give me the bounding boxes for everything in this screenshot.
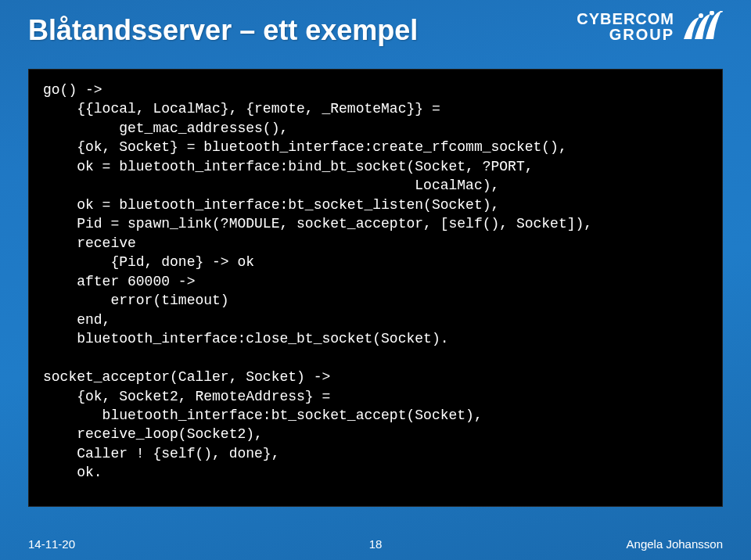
logo-text: CYBERCOM GROUP: [577, 11, 674, 42]
logo-line1: CYBERCOM: [577, 11, 674, 27]
logo-line2: GROUP: [577, 27, 674, 42]
footer-date: 14-11-20: [28, 537, 75, 551]
svg-point-1: [710, 11, 714, 16]
svg-point-0: [699, 13, 703, 18]
logo: CYBERCOM GROUP: [577, 11, 723, 42]
code-block: go() -> {{local, LocalMac}, {remote, _Re…: [28, 69, 723, 507]
slide-title: Blåtandsserver – ett exempel: [28, 14, 418, 47]
footer: 14-11-20 18 Angela Johansson: [0, 537, 751, 551]
header: Blåtandsserver – ett exempel CYBERCOM GR…: [0, 0, 751, 47]
slide: Blåtandsserver – ett exempel CYBERCOM GR…: [0, 0, 751, 560]
footer-author: Angela Johansson: [627, 537, 723, 551]
logo-icon: [682, 11, 723, 42]
